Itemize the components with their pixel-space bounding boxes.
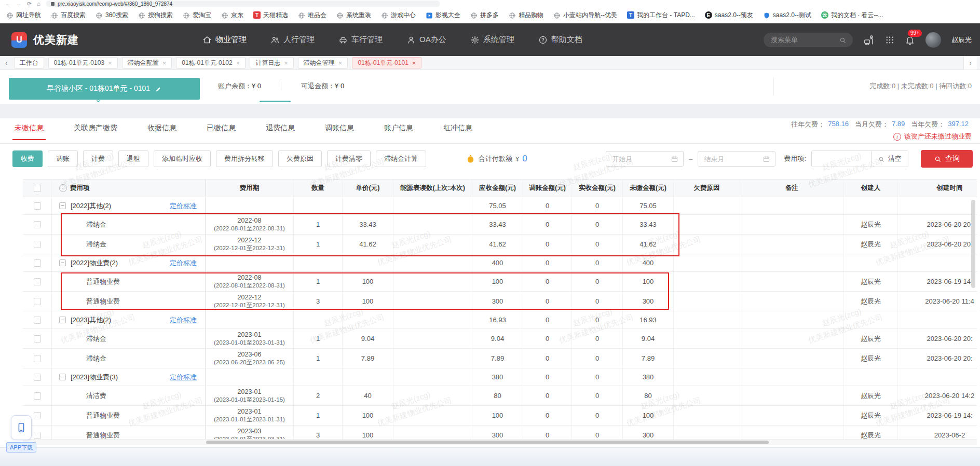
row-checkbox[interactable]	[34, 241, 41, 248]
horizontal-scroll-thumb[interactable]	[206, 441, 769, 444]
nav-item-home[interactable]: 物业管理	[202, 35, 247, 45]
vertical-scroll-thumb[interactable]	[971, 200, 975, 288]
row-checkbox[interactable]	[34, 335, 41, 342]
collapse-group-icon[interactable]: −	[59, 317, 66, 323]
row-checkbox[interactable]	[34, 221, 41, 228]
collapse-group-icon[interactable]: −	[59, 259, 66, 266]
nav-item-gear[interactable]: 系统管理	[470, 35, 514, 45]
info-tab[interactable]: 调账信息	[325, 124, 354, 140]
menu-search-input[interactable]	[770, 35, 839, 44]
info-tab[interactable]: 红冲信息	[443, 124, 472, 140]
toolbar-button[interactable]: 添加临时应收	[154, 150, 211, 167]
toolbar-button[interactable]: 退租	[118, 150, 148, 167]
page-tab[interactable]: 滞纳金管理×	[298, 57, 348, 68]
phone-icon[interactable]	[11, 415, 32, 440]
tabs-scroll-left-icon[interactable]: ‹	[3, 59, 10, 66]
app-download-label[interactable]: APP下载	[6, 442, 36, 453]
info-tab[interactable]: 已缴信息	[207, 124, 236, 140]
menu-search[interactable]	[764, 33, 853, 47]
bookmark-item[interactable]: 唯品会	[298, 10, 326, 20]
nav-item-people[interactable]: 人行管理	[270, 35, 315, 45]
close-icon[interactable]: ×	[412, 60, 416, 66]
bookmark-item[interactable]: saas2.0--测试	[763, 10, 811, 20]
toolbar-button[interactable]: 收费	[12, 150, 43, 167]
browser-reload-icon[interactable]: ⟳	[27, 1, 32, 6]
bookmark-item[interactable]: 360搜索	[96, 10, 128, 20]
pricing-standard-link[interactable]: 定价标准	[170, 373, 197, 382]
collapse-group-icon[interactable]: −	[59, 374, 66, 380]
close-icon[interactable]: ×	[284, 60, 288, 66]
nav-item-help[interactable]: 帮助文档	[538, 35, 582, 45]
banner-collapse-icon[interactable]: «	[95, 98, 100, 102]
toolbar-button[interactable]: 费用拆分转移	[216, 150, 273, 167]
pricing-standard-link[interactable]: 定价标准	[170, 201, 197, 211]
bookmark-item[interactable]: T天猫精选	[253, 11, 288, 20]
page-tab[interactable]: 计算日志×	[250, 57, 294, 68]
info-tab[interactable]: 未缴信息	[15, 124, 44, 140]
start-month-picker[interactable]	[606, 151, 684, 167]
row-checkbox[interactable]	[34, 392, 41, 400]
row-checkbox[interactable]	[34, 259, 41, 267]
bookmark-item[interactable]: 影视大全	[426, 10, 460, 20]
bookmark-item[interactable]: 云我的文档 · 看云--...	[821, 11, 883, 20]
access-gate-icon[interactable]	[863, 34, 875, 46]
close-icon[interactable]: ×	[236, 60, 240, 66]
toolbar-button[interactable]: 计费	[83, 150, 113, 167]
info-tab[interactable]: 收据信息	[147, 124, 176, 140]
end-month-input[interactable]	[703, 155, 763, 163]
page-tab[interactable]: 01栋-01单元-0103×	[48, 57, 118, 68]
apps-grid-icon[interactable]	[885, 35, 894, 45]
browser-home-icon[interactable]: ⌂	[37, 1, 40, 6]
collapse-group-icon[interactable]: −	[59, 202, 66, 209]
nav-item-person[interactable]: OA办公	[406, 35, 446, 45]
avatar[interactable]	[925, 32, 941, 48]
collapse-all-icon[interactable]	[59, 184, 67, 192]
start-month-input[interactable]	[611, 155, 671, 163]
clear-button[interactable]: 清空	[871, 151, 908, 167]
page-tab[interactable]: 01栋-01单元-0102×	[176, 57, 246, 68]
close-icon[interactable]: ×	[108, 60, 112, 66]
bookmark-item[interactable]: Esaas2.0--预发	[705, 11, 753, 20]
toolbar-button[interactable]: 调账	[48, 150, 78, 167]
bookmark-item[interactable]: 小壹站内导航--优美	[553, 10, 617, 20]
toolbar-button[interactable]: 计费清零	[327, 150, 371, 167]
fee-filter-input[interactable]	[812, 151, 871, 167]
info-tab[interactable]: 退费信息	[266, 124, 295, 140]
pricing-standard-link[interactable]: 定价标准	[170, 258, 197, 268]
bookmark-item[interactable]: 搜狗搜索	[138, 10, 173, 20]
edit-pencil-icon[interactable]	[155, 85, 162, 93]
bookmark-item[interactable]: 游戏中心	[381, 10, 416, 20]
notification-bell-icon[interactable]: 99+	[905, 35, 915, 45]
row-checkbox[interactable]	[34, 374, 41, 381]
row-checkbox[interactable]	[34, 355, 41, 362]
browser-back-icon[interactable]: ←	[5, 1, 11, 6]
app-logo-icon[interactable]: U	[11, 32, 27, 48]
bookmark-item[interactable]: 网址导航	[6, 10, 41, 20]
bookmark-item[interactable]: 京东	[221, 10, 243, 20]
page-tab[interactable]: 滞纳金配置×	[122, 57, 172, 68]
info-tab[interactable]: 账户信息	[384, 124, 413, 140]
bookmark-item[interactable]: 系统重装	[336, 10, 371, 20]
end-month-picker[interactable]	[698, 151, 775, 167]
row-checkbox[interactable]	[34, 317, 41, 324]
toolbar-button[interactable]: 欠费原因	[278, 150, 322, 167]
browser-forward-icon[interactable]: →	[16, 1, 22, 6]
close-icon[interactable]: ×	[162, 60, 167, 66]
bookmark-item[interactable]: T我的工作台 - TAPD...	[627, 11, 695, 20]
toolbar-button[interactable]: 滞纳金计算	[376, 150, 426, 167]
row-checkbox[interactable]	[34, 298, 41, 305]
bookmark-item[interactable]: 百度搜索	[51, 10, 86, 20]
address-bar[interactable]: pre.xiaoyisk.com//eomp-web/#/360_1860_97…	[46, 1, 440, 7]
close-icon[interactable]: ×	[338, 60, 343, 66]
page-tab[interactable]: 01栋-01单元-0101×	[352, 57, 421, 68]
info-tab[interactable]: 关联房产缴费	[74, 124, 117, 140]
nav-item-car[interactable]: 车行管理	[338, 35, 383, 45]
pricing-standard-link[interactable]: 定价标准	[170, 316, 197, 325]
bookmark-item[interactable]: 精品购物	[509, 10, 543, 20]
query-button[interactable]: 查询	[921, 150, 973, 168]
bookmark-item[interactable]: 拼多多	[470, 10, 499, 20]
tabs-scroll-right-icon[interactable]: ›	[963, 56, 977, 70]
select-all-checkbox[interactable]	[34, 185, 41, 192]
bookmark-item[interactable]: 爱淘宝	[183, 10, 211, 20]
page-tab[interactable]: 工作台	[14, 57, 44, 68]
